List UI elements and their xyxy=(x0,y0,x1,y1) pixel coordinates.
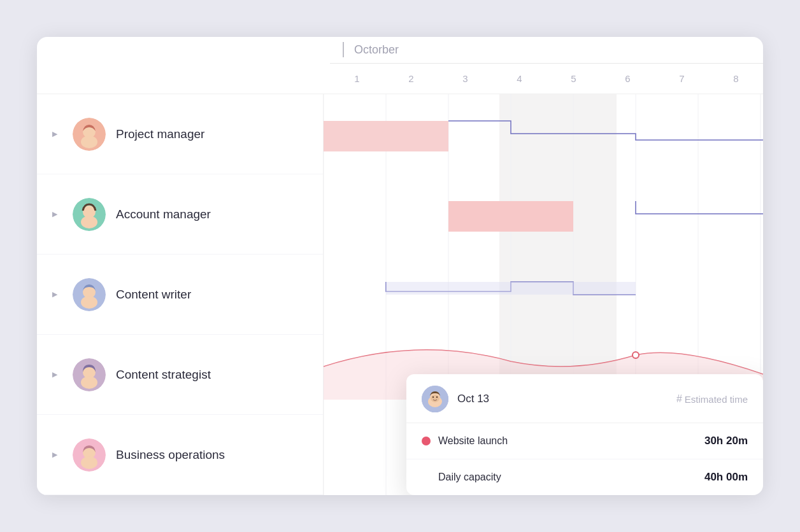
avatar-am xyxy=(73,198,106,231)
tooltip-capacity-value: 40h 00m xyxy=(704,471,748,484)
day-cell-5: 5 xyxy=(546,73,601,84)
day-cell-1: 1 xyxy=(330,73,384,84)
person-row-am[interactable]: ▶ Account manager xyxy=(37,174,323,255)
expand-arrow-pm[interactable]: ▶ xyxy=(52,130,62,138)
month-row: Octorber xyxy=(330,37,763,64)
svg-rect-25 xyxy=(448,201,573,232)
tooltip-estimated-label: # Estimated time xyxy=(676,393,748,405)
svg-point-14 xyxy=(81,456,97,469)
expand-arrow-cs[interactable]: ▶ xyxy=(52,370,62,379)
chart-area: Oct 13 # Estimated time Website launch 3… xyxy=(324,94,763,495)
tooltip-item-capacity: Daily capacity 40h 00m xyxy=(406,459,763,495)
person-name-cs: Content strategist xyxy=(116,368,211,382)
avatar-cs xyxy=(73,358,106,391)
person-row-cw[interactable]: ▶ Content writer xyxy=(37,255,323,335)
month-label: Octorber xyxy=(354,43,399,57)
svg-point-11 xyxy=(81,376,97,389)
avatar-bo xyxy=(73,438,106,472)
svg-point-2 xyxy=(81,136,97,148)
svg-point-31 xyxy=(431,395,439,402)
expand-arrow-am[interactable]: ▶ xyxy=(52,210,62,218)
day-cell-6: 6 xyxy=(601,73,655,84)
avatar-cw xyxy=(73,278,106,311)
tooltip-item-name: Website launch xyxy=(438,435,697,447)
tooltip-date: Oct 13 xyxy=(457,393,668,405)
tooltip-dot xyxy=(422,437,431,445)
tooltip-avatar xyxy=(422,386,448,412)
svg-marker-26 xyxy=(386,282,636,295)
tooltip-capacity-name: Daily capacity xyxy=(422,472,697,483)
svg-rect-23 xyxy=(324,121,448,151)
svg-point-33 xyxy=(436,396,438,398)
person-row-bo[interactable]: ▶ Business operations xyxy=(37,415,323,495)
svg-rect-24 xyxy=(448,134,636,140)
main-card: Octorber 12345678 ▶ Project manager ▶ Ac… xyxy=(37,37,763,495)
tooltip-item-value: 30h 20m xyxy=(704,435,748,447)
avatar-pm xyxy=(73,118,106,151)
day-cell-4: 4 xyxy=(492,73,546,84)
person-row-pm[interactable]: ▶ Project manager xyxy=(37,94,323,174)
chart-body: ▶ Project manager ▶ Account manager ▶ Co… xyxy=(37,94,763,495)
month-divider xyxy=(343,42,344,57)
person-name-cw: Content writer xyxy=(116,288,191,302)
svg-point-32 xyxy=(432,396,434,398)
expand-arrow-cw[interactable]: ▶ xyxy=(52,290,62,298)
month-label-area: Octorber 12345678 xyxy=(324,37,763,94)
day-cell-2: 2 xyxy=(384,73,438,84)
day-cell-3: 3 xyxy=(438,73,492,84)
day-cell-7: 7 xyxy=(655,73,709,84)
tooltip-header: Oct 13 # Estimated time xyxy=(406,374,763,423)
person-row-cs[interactable]: ▶ Content strategist xyxy=(37,335,323,415)
svg-point-5 xyxy=(81,216,97,228)
days-row: 12345678 xyxy=(330,64,763,94)
person-name-bo: Business operations xyxy=(116,448,225,462)
tooltip-item-website: Website launch 30h 20m xyxy=(406,423,763,459)
left-panel: ▶ Project manager ▶ Account manager ▶ Co… xyxy=(37,94,324,495)
svg-point-27 xyxy=(632,352,639,358)
svg-point-8 xyxy=(81,296,97,309)
person-name-pm: Project manager xyxy=(116,127,204,141)
tooltip-card: Oct 13 # Estimated time Website launch 3… xyxy=(406,374,763,495)
chart-header: Octorber 12345678 xyxy=(37,37,763,94)
left-panel-header xyxy=(37,37,324,94)
day-cell-8: 8 xyxy=(709,73,763,84)
person-name-am: Account manager xyxy=(116,207,211,221)
hash-icon: # xyxy=(676,393,682,405)
expand-arrow-bo[interactable]: ▶ xyxy=(52,451,62,459)
